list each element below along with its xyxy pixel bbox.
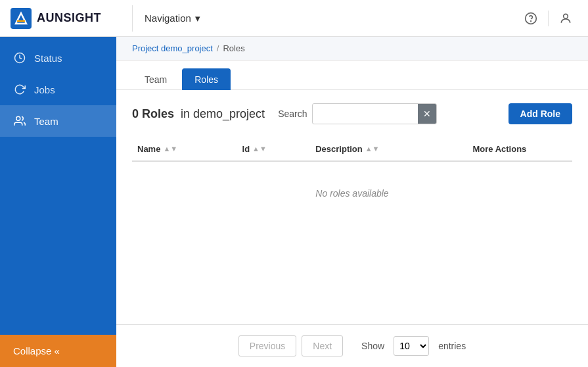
sidebar-item-jobs[interactable]: Jobs [0, 74, 116, 105]
th-more-actions-label: More Actions [472, 144, 526, 154]
content-area: Project demo_project / Roles Team Roles … [116, 37, 588, 367]
top-bar-right [519, 7, 577, 30]
clear-icon: ✕ [423, 109, 431, 119]
sidebar-item-team[interactable]: Team [0, 105, 116, 137]
user-icon [559, 12, 572, 25]
tab-roles-label: Roles [194, 74, 218, 85]
top-bar: AUNSIGHT Navigation ▾ [0, 0, 588, 37]
show-label: Show [361, 341, 384, 351]
th-description[interactable]: Description ▲▼ [310, 144, 467, 154]
roles-count-prefix: 0 Roles [132, 107, 174, 120]
entries-label: entries [438, 341, 466, 351]
sidebar-item-status[interactable]: Status [0, 42, 116, 74]
tab-roles[interactable]: Roles [182, 68, 231, 90]
nav-label: Navigation [145, 12, 191, 24]
app-container: AUNSIGHT Navigation ▾ [0, 0, 588, 367]
breadcrumb-project-link[interactable]: Project demo_project [132, 43, 213, 53]
sidebar-item-team-label: Team [34, 116, 58, 127]
tabs-bar: Team Roles [116, 61, 588, 90]
collapse-label: Collapse « [13, 345, 60, 356]
logo-icon [11, 8, 32, 29]
icon-divider [548, 11, 549, 26]
th-id[interactable]: Id ▲▼ [237, 144, 311, 154]
search-label: Search [278, 109, 307, 119]
th-more-actions: More Actions [467, 144, 572, 154]
nav-divider [132, 5, 133, 32]
breadcrumb-separator: / [217, 43, 219, 53]
logo-text: AUNSIGHT [37, 11, 101, 25]
sidebar-item-status-label: Status [34, 53, 62, 64]
pagination-bar: Previous Next Show 10 25 50 100 entries [116, 324, 588, 367]
svg-point-4 [531, 20, 531, 21]
sidebar-nav: Status Jobs [0, 37, 116, 335]
search-input[interactable] [313, 105, 418, 123]
help-icon [524, 12, 537, 25]
nav-dropdown-icon: ▾ [195, 12, 200, 24]
roles-count: 0 Roles in demo_project [132, 107, 265, 121]
roles-header: 0 Roles in demo_project Search ✕ [132, 103, 572, 124]
entries-select[interactable]: 10 25 50 100 [394, 336, 429, 356]
roles-table: Name ▲▼ Id ▲▼ Description ▲▼ More Acti [132, 137, 572, 225]
roles-count-suffix: in demo_project [181, 107, 265, 120]
team-icon [13, 114, 26, 128]
search-input-wrap: ✕ [312, 103, 437, 124]
svg-point-7 [16, 116, 20, 120]
jobs-icon [13, 83, 26, 96]
next-label: Next [313, 341, 332, 351]
nav-dropdown[interactable]: Navigation ▾ [138, 9, 207, 28]
table-empty-message: No roles available [132, 162, 572, 225]
th-description-label: Description [315, 144, 363, 154]
sort-icon-description: ▲▼ [365, 145, 380, 153]
search-area: Search ✕ [278, 103, 437, 124]
search-clear-button[interactable]: ✕ [418, 104, 436, 124]
svg-point-5 [564, 14, 568, 18]
sort-icon-id: ▲▼ [252, 145, 267, 153]
sort-icon-name: ▲▼ [163, 145, 177, 153]
next-button[interactable]: Next [302, 335, 343, 356]
previous-button[interactable]: Previous [238, 335, 296, 356]
tab-team[interactable]: Team [132, 68, 179, 90]
sidebar: Status Jobs [0, 37, 116, 367]
svg-rect-0 [11, 8, 32, 29]
collapse-button[interactable]: Collapse « [0, 335, 116, 367]
tab-team-label: Team [145, 74, 167, 85]
th-id-label: Id [242, 144, 250, 154]
help-icon-button[interactable] [519, 7, 543, 30]
th-name[interactable]: Name ▲▼ [132, 144, 237, 154]
breadcrumb-current: Roles [223, 43, 244, 53]
content-body: 0 Roles in demo_project Search ✕ [116, 90, 588, 324]
breadcrumb: Project demo_project / Roles [116, 37, 588, 61]
logo-area: AUNSIGHT [11, 8, 127, 29]
add-role-button[interactable]: Add Role [509, 103, 572, 124]
add-role-label: Add Role [520, 109, 560, 119]
th-name-label: Name [137, 144, 160, 154]
sidebar-item-jobs-label: Jobs [34, 84, 55, 95]
main-layout: Status Jobs [0, 37, 588, 367]
previous-label: Previous [250, 341, 285, 351]
user-icon-button[interactable] [554, 7, 577, 30]
status-icon [13, 51, 26, 64]
table-header: Name ▲▼ Id ▲▼ Description ▲▼ More Acti [132, 137, 572, 162]
